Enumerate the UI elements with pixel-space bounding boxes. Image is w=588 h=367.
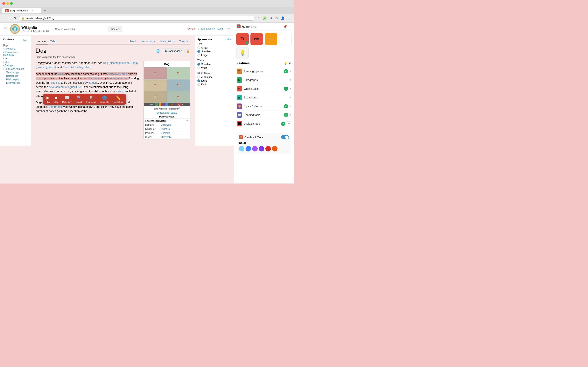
donate-link[interactable]: Donate xyxy=(187,27,196,31)
phylum-value[interactable]: Chordata xyxy=(161,132,170,134)
width-standard-option[interactable]: Standard xyxy=(197,63,231,66)
reading-tools-expand[interactable]: ∧ xyxy=(289,113,291,117)
text-small-option[interactable]: Small xyxy=(197,46,231,49)
color-swatch-dark-purple[interactable] xyxy=(259,146,264,151)
address-bar[interactable] xyxy=(26,17,252,20)
dog-disambiguation-link[interactable]: Dog (disambiguation) xyxy=(103,61,129,65)
class-value[interactable]: Mammalia xyxy=(161,136,172,138)
pooch-disambiguation-link[interactable]: Pooch (disambiguation) xyxy=(63,66,91,69)
tab-talk[interactable]: Talk xyxy=(48,39,58,44)
dyslexia-tools-expand[interactable]: ▾ xyxy=(287,121,291,126)
sidebar-item-ecology[interactable]: ›Ecology xyxy=(3,64,28,67)
more-options-button[interactable]: ••• xyxy=(226,27,230,31)
color-auto-option[interactable]: Automatic xyxy=(197,75,231,78)
sidebar-item-terminology[interactable]: Terminology xyxy=(3,71,28,74)
active-tab[interactable]: 🐕 Dog - Wikipedia ✕ xyxy=(2,8,41,13)
extinct-link[interactable]: extinct xyxy=(36,77,43,80)
toolbar-translate[interactable]: 🌐 Translate xyxy=(100,95,109,103)
tab-view-history[interactable]: View history xyxy=(158,39,177,44)
profile-icon[interactable]: 👤 xyxy=(280,16,285,21)
tab-article[interactable]: Article xyxy=(36,39,48,44)
color-dark-option[interactable]: Dark xyxy=(197,83,231,86)
tab-tools[interactable]: Tools ▾ xyxy=(177,39,190,44)
text-large-option[interactable]: Large xyxy=(197,54,231,57)
minimize-button[interactable] xyxy=(6,2,9,5)
width-standard-radio[interactable] xyxy=(197,63,200,66)
color-auto-radio[interactable] xyxy=(197,76,200,78)
color-swatch-light-blue[interactable] xyxy=(239,146,244,151)
writing-tools-icon-button[interactable]: ⌨ xyxy=(251,33,263,45)
sidebar-item-he[interactable]: ›He... xyxy=(3,57,28,60)
menu-icon[interactable]: ⋮ xyxy=(287,16,292,21)
toolbar-highlighter[interactable]: ✏️ Highlighter xyxy=(113,95,123,103)
sidebar-item-taxonomy[interactable]: ›Taxonomy xyxy=(3,47,28,50)
features-lightbulb-icon[interactable]: 💡 xyxy=(284,62,287,65)
color-light-option[interactable]: Light xyxy=(197,79,231,82)
tab-read[interactable]: Read xyxy=(127,39,138,44)
bookmark-icon[interactable]: ☆ xyxy=(256,16,260,21)
tab-close-icon[interactable]: ✕ xyxy=(31,9,33,12)
reading-options-expand[interactable]: ∧ xyxy=(289,70,291,73)
late-pleistocene-link[interactable]: Late Pleistocene xyxy=(83,77,103,80)
languages-button[interactable]: 269 languages ▾ xyxy=(162,49,185,53)
kingdom-value[interactable]: Animalia xyxy=(161,128,170,130)
toolbar-search[interactable]: 🔍 Search xyxy=(76,95,82,103)
paragraphs-expand[interactable]: ∧ xyxy=(289,78,291,82)
contents-hide[interactable]: hide xyxy=(23,39,28,42)
sidebar-item-be[interactable]: ›Be... xyxy=(3,61,28,63)
sidebar-item-roles[interactable]: ›Roles with humans xyxy=(3,67,28,70)
text-standard-radio[interactable] xyxy=(197,50,200,53)
extra-feature-button[interactable]: 💡 xyxy=(236,47,249,59)
extract-text-expand[interactable]: ∧ xyxy=(289,96,291,99)
writing-tools-expand[interactable]: ∧ xyxy=(289,87,291,90)
sidebar-item-top[interactable]: (Top) xyxy=(3,44,28,47)
extract-text-icon-button[interactable]: ⊞ xyxy=(265,33,277,45)
width-wide-option[interactable]: Wide xyxy=(197,67,231,69)
wiki-search-input[interactable] xyxy=(53,26,107,32)
overlay-toggle[interactable] xyxy=(281,135,289,139)
domain-value[interactable]: Eukaryota xyxy=(161,124,171,126)
selectively-bred-link[interactable]: selectively bred xyxy=(108,72,127,75)
features-gear-icon[interactable]: ⚙ xyxy=(289,62,291,65)
edit-icon[interactable]: ✏ xyxy=(186,119,188,122)
helperbird-close-icon[interactable]: ✕ xyxy=(289,25,291,28)
text-standard-option[interactable]: Standard xyxy=(197,50,231,53)
appearance-hide[interactable]: hide xyxy=(226,38,231,41)
tab-view-source[interactable]: View source xyxy=(138,39,158,44)
color-swatch-orange[interactable] xyxy=(272,146,277,151)
sidebar-item-anatomy[interactable]: ›Anatomy and physiology xyxy=(3,51,28,56)
color-swatch-blue[interactable] xyxy=(246,146,251,151)
create-account-link[interactable]: Create account xyxy=(198,27,215,31)
toolbar-dictionary[interactable]: 📖 Dictionary xyxy=(62,95,72,103)
dog-breeds-link[interactable]: Dog breeds xyxy=(48,105,62,108)
humans-link[interactable]: humans xyxy=(88,81,98,84)
width-wide-radio[interactable] xyxy=(197,67,200,69)
close-button[interactable] xyxy=(2,2,5,5)
back-button[interactable]: ‹ xyxy=(2,16,6,21)
toolbar-immersive[interactable]: 🖥 Immersive xyxy=(86,96,96,103)
text-small-radio[interactable] xyxy=(197,46,200,49)
sidebar-item-external[interactable]: External links xyxy=(3,82,28,84)
wolf-link[interactable]: wolf xyxy=(58,72,63,75)
extensions-icon[interactable]: 🧩 xyxy=(262,16,268,21)
download-icon[interactable]: ⬇ xyxy=(269,16,273,21)
toolbar-stop[interactable]: ■ Stop xyxy=(54,96,58,103)
agriculture-link[interactable]: development of agriculture xyxy=(49,85,81,89)
forward-button[interactable]: › xyxy=(7,16,10,21)
split-view-icon[interactable]: ⧉ xyxy=(275,16,278,21)
color-swatch-red[interactable] xyxy=(265,146,271,151)
add-feature-button[interactable]: + xyxy=(279,33,292,45)
new-tab-button[interactable]: + xyxy=(43,8,47,13)
hunter-gatherers-link[interactable]: hunter-gatherers xyxy=(107,77,127,80)
log-in-link[interactable]: Log in xyxy=(217,27,224,31)
reload-button[interactable]: ↻ xyxy=(12,16,17,21)
species-link[interactable]: species xyxy=(51,81,60,84)
styles-colors-expand[interactable]: ∧ xyxy=(289,105,291,108)
starch-link[interactable]: starch xyxy=(118,90,125,93)
toolbar-play[interactable]: ▶ Play xyxy=(46,95,50,103)
hamburger-menu[interactable]: ☰ xyxy=(4,27,7,31)
wiki-search-button[interactable]: Search xyxy=(108,26,122,32)
sidebar-item-references[interactable]: References xyxy=(3,75,28,77)
maximize-button[interactable] xyxy=(10,2,13,5)
pin-icon[interactable]: 📌 xyxy=(283,25,287,28)
